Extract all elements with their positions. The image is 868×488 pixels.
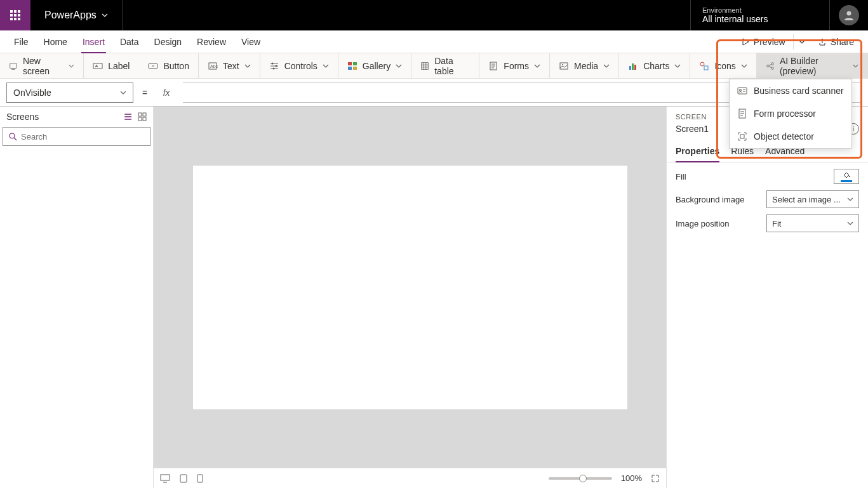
- tablet-device-icon[interactable]: [179, 474, 188, 483]
- environment-value: All internal users: [702, 14, 818, 24]
- ai-builder-dropdown: Business card scanner Form processor Obj…: [729, 79, 852, 148]
- svg-rect-28: [138, 117, 142, 121]
- label-button[interactable]: Label: [84, 53, 139, 78]
- menu-tab-insert[interactable]: Insert: [75, 30, 112, 53]
- property-selector[interactable]: OnVisible: [6, 82, 133, 103]
- svg-rect-14: [422, 62, 429, 69]
- controls-button[interactable]: Controls: [260, 53, 338, 78]
- screen-canvas[interactable]: [193, 166, 627, 409]
- label-label: Label: [108, 61, 130, 71]
- data-table-button[interactable]: Data table: [411, 53, 479, 78]
- new-screen-button[interactable]: New screen: [0, 53, 84, 78]
- ai-builder-button[interactable]: AI Builder (preview): [757, 53, 868, 78]
- card-icon: [737, 86, 747, 96]
- gallery-button[interactable]: Gallery: [338, 53, 411, 78]
- svg-rect-18: [629, 66, 631, 70]
- text-button[interactable]: Abc Text: [199, 53, 260, 78]
- ai-icon: [766, 61, 775, 71]
- svg-point-21: [700, 62, 704, 66]
- media-button[interactable]: Media: [550, 53, 619, 78]
- chevron-down-icon: [396, 63, 402, 69]
- svg-point-30: [10, 133, 15, 138]
- document-icon: [737, 109, 747, 119]
- menu-tab-design[interactable]: Design: [147, 30, 190, 53]
- screens-title: Screens: [6, 112, 39, 122]
- phone-device-icon[interactable]: [197, 474, 203, 483]
- image-position-label: Image position: [676, 219, 730, 228]
- svg-rect-32: [180, 475, 187, 482]
- environment-label: Environment: [702, 6, 818, 14]
- svg-point-8: [275, 65, 277, 67]
- search-input[interactable]: [21, 132, 145, 142]
- screen-name: Screen1: [676, 124, 709, 134]
- main-area: Screens: [0, 107, 868, 488]
- forms-button[interactable]: Forms: [479, 53, 550, 78]
- menu-tab-view[interactable]: View: [234, 30, 268, 53]
- media-icon: [559, 61, 569, 71]
- zoom-slider[interactable]: [549, 477, 612, 480]
- search-icon: [8, 132, 17, 141]
- ai-menu-object-detector[interactable]: Object detector: [730, 125, 851, 148]
- user-avatar[interactable]: [839, 5, 859, 25]
- chevron-down-icon: [603, 63, 610, 69]
- share-button[interactable]: Share: [810, 30, 862, 53]
- ai-menu-business-card[interactable]: Business card scanner: [730, 79, 851, 102]
- canvas-stage[interactable]: [154, 107, 666, 468]
- svg-rect-13: [353, 67, 357, 70]
- menu-tab-home[interactable]: Home: [36, 30, 75, 53]
- svg-point-7: [271, 62, 273, 64]
- desktop-device-icon[interactable]: [160, 474, 170, 483]
- image-position-select[interactable]: Fit: [766, 214, 859, 232]
- svg-point-24: [771, 62, 774, 65]
- ai-item-label: Business card scanner: [754, 86, 844, 96]
- zoom-value: 100%: [621, 473, 642, 483]
- canvas-footer: 100%: [154, 468, 666, 488]
- thumbnail-view-icon[interactable]: [138, 112, 147, 121]
- gallery-label: Gallery: [363, 61, 391, 71]
- screens-panel-header: Screens: [0, 107, 153, 127]
- forms-icon: [488, 61, 498, 71]
- app-name-dropdown[interactable]: PowerApps: [30, 0, 123, 30]
- svg-rect-29: [143, 117, 146, 121]
- svg-rect-3: [93, 63, 102, 69]
- svg-rect-38: [740, 135, 744, 138]
- menu-tab-data[interactable]: Data: [112, 30, 147, 53]
- charts-button[interactable]: Charts: [619, 53, 690, 78]
- button-label: Button: [163, 61, 189, 71]
- zoom-thumb[interactable]: [579, 475, 587, 482]
- svg-rect-19: [632, 63, 634, 70]
- bg-image-select[interactable]: Select an image ...: [766, 190, 859, 208]
- svg-rect-20: [634, 65, 636, 70]
- menu-tab-file[interactable]: File: [6, 30, 36, 53]
- text-label: Text: [223, 61, 239, 71]
- insert-ribbon: New screen Label Button Abc Text Control…: [0, 53, 868, 79]
- screens-search[interactable]: [3, 127, 150, 146]
- text-icon: Abc: [208, 61, 218, 71]
- fill-label: Fill: [676, 172, 686, 181]
- svg-rect-31: [161, 475, 170, 480]
- icons-icon: [699, 61, 709, 71]
- chevron-down-icon: [853, 63, 858, 69]
- image-position-value: Fit: [772, 219, 781, 228]
- button-button[interactable]: Button: [139, 53, 198, 78]
- icons-button[interactable]: Icons: [690, 53, 756, 78]
- preview-button[interactable]: Preview: [733, 30, 793, 53]
- tree-view-icon[interactable]: [124, 112, 133, 121]
- svg-point-36: [740, 89, 742, 91]
- new-screen-label: New screen: [23, 56, 64, 76]
- tab-properties[interactable]: Properties: [676, 146, 719, 162]
- table-icon: [420, 61, 429, 71]
- chevron-down-icon: [323, 63, 329, 69]
- svg-rect-35: [738, 88, 747, 94]
- menu-tab-review[interactable]: Review: [189, 30, 234, 53]
- expand-icon[interactable]: [651, 474, 660, 483]
- fill-color-picker[interactable]: [834, 169, 859, 184]
- media-label: Media: [574, 61, 598, 71]
- preview-dropdown[interactable]: [793, 34, 810, 49]
- chevron-down-icon: [741, 63, 747, 69]
- ai-menu-form-processor[interactable]: Form processor: [730, 102, 851, 125]
- waffle-button[interactable]: [0, 0, 30, 30]
- environment-selector[interactable]: Environment All internal users: [690, 0, 830, 30]
- controls-label: Controls: [284, 61, 317, 71]
- bg-image-label: Background image: [676, 195, 744, 204]
